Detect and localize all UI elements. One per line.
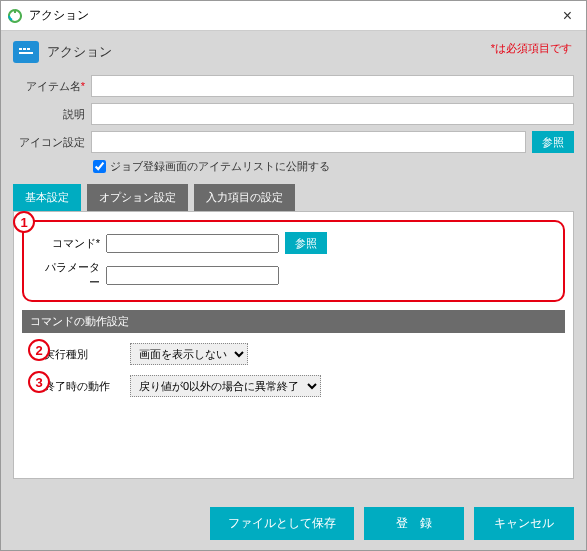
tab-panel: 1 コマンド* 参照 パラメーター コマンドの動作設定 2 実行種別 画面を表示… (13, 211, 574, 479)
exec-type-select[interactable]: 画面を表示しない (130, 343, 248, 365)
save-as-file-button[interactable]: ファイルとして保存 (210, 507, 354, 540)
icon-browse-button[interactable]: 参照 (532, 131, 574, 153)
annotation-box-1: 1 コマンド* 参照 パラメーター (22, 220, 565, 302)
svg-rect-1 (19, 48, 22, 50)
publish-checkbox[interactable] (93, 160, 106, 173)
item-name-input[interactable] (91, 75, 574, 97)
required-note: *は必須項目です (491, 41, 572, 56)
icon-setting-label: アイコン設定 (13, 135, 85, 150)
register-button[interactable]: 登 録 (364, 507, 464, 540)
annotation-circle-1: 1 (13, 211, 35, 233)
svg-rect-2 (23, 48, 26, 50)
publish-label: ジョブ登録画面のアイテムリストに公開する (110, 159, 330, 174)
exec-type-label: 実行種別 (44, 347, 130, 362)
tab-input[interactable]: 入力項目の設定 (194, 184, 295, 211)
footer: ファイルとして保存 登 録 キャンセル (1, 497, 586, 550)
section-header: コマンドの動作設定 (22, 310, 565, 333)
item-name-label: アイテム名* (13, 79, 85, 94)
command-browse-button[interactable]: 参照 (285, 232, 327, 254)
svg-rect-4 (19, 52, 33, 54)
parameter-input[interactable] (106, 266, 279, 285)
svg-rect-3 (27, 48, 30, 50)
action-icon (13, 41, 39, 63)
window-title: アクション (29, 7, 555, 24)
command-input[interactable] (106, 234, 279, 253)
icon-setting-input[interactable] (91, 131, 526, 153)
description-input[interactable] (91, 103, 574, 125)
dialog-title: アクション (47, 43, 112, 61)
close-icon[interactable]: × (555, 7, 580, 25)
tab-option[interactable]: オプション設定 (87, 184, 188, 211)
cancel-button[interactable]: キャンセル (474, 507, 574, 540)
command-label: コマンド* (40, 236, 100, 251)
titlebar: アクション × (1, 1, 586, 31)
parameter-label: パラメーター (40, 260, 100, 290)
annotation-circle-2: 2 (28, 339, 50, 361)
tabs: 基本設定 オプション設定 入力項目の設定 (13, 184, 574, 211)
app-icon (7, 8, 23, 24)
end-action-label: 終了時の動作 (44, 379, 130, 394)
annotation-circle-3: 3 (28, 371, 50, 393)
tab-basic[interactable]: 基本設定 (13, 184, 81, 211)
end-action-select[interactable]: 戻り値が0以外の場合に異常終了 (130, 375, 321, 397)
description-label: 説明 (13, 107, 85, 122)
